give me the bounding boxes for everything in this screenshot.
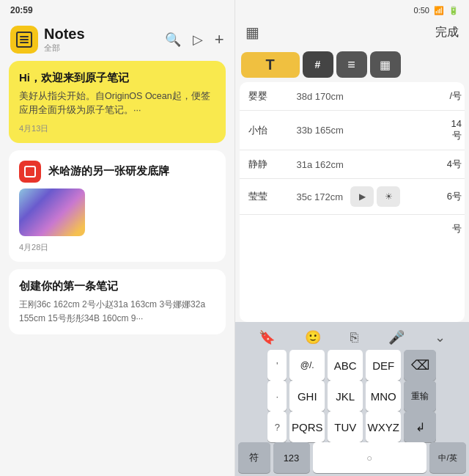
note-1-title: Hi，欢迎来到原子笔记 xyxy=(19,71,215,85)
table-cell-data-2: 33b 165cm xyxy=(291,117,443,143)
keyboard-row-3: ? PQRS TUV WXYZ ↲ xyxy=(238,411,467,442)
mic-toolbar-icon[interactable]: 🎤 xyxy=(388,329,405,345)
key-at[interactable]: @/. xyxy=(289,350,325,381)
format-hash-label: # xyxy=(315,59,321,70)
table-cell-num-5: 号 xyxy=(443,215,465,243)
left-panel: 20:59 Notes 全部 🔍 ▷ + Hi，欢迎来到原子笔记 xyxy=(0,0,234,476)
key-chinese-english[interactable]: 中/英 xyxy=(429,442,466,473)
note-2-date: 4月28日 xyxy=(19,242,215,253)
note-2-image xyxy=(19,188,85,236)
note-table[interactable]: 婴婴 38d 170cm /号 小怡 33b 165cm 14号 静静 31a … xyxy=(240,82,465,322)
table-cell-num-3: 4号 xyxy=(443,150,465,178)
table-cell-name-1: 婴婴 xyxy=(240,82,291,110)
format-table-label: ▦ xyxy=(380,58,391,72)
notes-list: Hi，欢迎来到原子笔记 美好从指尖开始。自OriginOS Ocean起，便签应… xyxy=(0,61,234,476)
table-cell-name-2: 小怡 xyxy=(240,117,291,144)
keyboard-row-1: ' @/. ABC DEF ⌫ xyxy=(238,350,467,381)
table-cell-name-5 xyxy=(240,221,291,236)
key-jkl[interactable]: JKL xyxy=(328,381,363,411)
key-symbol[interactable]: 符 xyxy=(238,442,270,473)
table-row-2: 小怡 33b 165cm 14号 xyxy=(240,111,465,150)
keyboard-row-4: 符 123 ○ 中/英 xyxy=(238,442,467,473)
note-2-title: 米哈游的另一张研发底牌 xyxy=(48,164,169,178)
right-header: ▦ 完成 xyxy=(235,21,470,47)
table-row-3: 静静 31a 162cm 4号 xyxy=(240,150,465,179)
table-cell-num-4: 6号 xyxy=(443,183,465,210)
key-quote[interactable]: ' xyxy=(267,350,287,381)
key-space[interactable]: ○ xyxy=(313,442,427,473)
note-3-body: 王刚36c 162cm 2号小赵31a 163cm 3号娜娜32a 155cm … xyxy=(19,298,215,326)
table-cell-data-3: 31a 162cm xyxy=(291,152,443,177)
note-2-header-row: 米哈游的另一张研发底牌 xyxy=(19,161,215,183)
share-icon[interactable]: ☀ xyxy=(377,186,400,207)
note-card-1[interactable]: Hi，欢迎来到原子笔记 美好从指尖开始。自OriginOS Ocean起，便签应… xyxy=(9,61,226,143)
add-note-icon[interactable]: + xyxy=(215,30,224,49)
status-bar-right: 0:50 📶 🔋 xyxy=(235,0,470,21)
app-icon xyxy=(10,26,38,54)
app-icon-line-1 xyxy=(20,36,29,37)
keyboard-toolbar: 🔖 🙂 ⎘ 🎤 ⌄ xyxy=(238,326,467,350)
note-card-2[interactable]: 米哈游的另一张研发底牌 4月28日 xyxy=(9,150,226,262)
table-cell-num-1: /号 xyxy=(443,82,465,110)
table-cell-data-4: 35c 172cm ▶ ☀ xyxy=(291,179,443,214)
status-bar-left: 20:59 xyxy=(0,0,234,21)
format-hash-button[interactable]: # xyxy=(303,51,333,78)
note-1-date: 4月13日 xyxy=(19,123,215,134)
table-cell-name-4: 莹莹 xyxy=(240,183,291,210)
keyboard-row-2: · GHI JKL MNO 重输 xyxy=(238,381,467,411)
key-ghi[interactable]: GHI xyxy=(289,381,325,411)
key-pqrs[interactable]: PQRS xyxy=(289,411,325,442)
time-left: 20:59 xyxy=(10,5,33,15)
done-button[interactable]: 完成 xyxy=(435,25,459,40)
right-panel: 0:50 📶 🔋 ▦ 完成 T # ≡ ▦ 婴婴 38d 170cm /号 小怡… xyxy=(235,0,470,476)
key-reset[interactable]: 重输 xyxy=(404,381,436,411)
wifi-icon: 📶 xyxy=(434,6,444,15)
emoji-toolbar-icon[interactable]: 🙂 xyxy=(305,329,321,345)
key-def[interactable]: DEF xyxy=(366,350,401,381)
format-text-button[interactable]: T xyxy=(241,52,300,78)
expand-icon[interactable]: ▦ xyxy=(245,23,259,41)
key-tuv[interactable]: TUV xyxy=(328,411,363,442)
table-row-1: 婴婴 38d 170cm /号 xyxy=(240,82,465,111)
time-right: 0:50 xyxy=(414,6,429,15)
app-title-block: Notes 全部 xyxy=(44,25,165,54)
table-row-4: 莹莹 35c 172cm ▶ ☀ 6号 xyxy=(240,179,465,215)
table-cell-data-1: 38d 170cm xyxy=(291,84,443,109)
key-dot[interactable]: · xyxy=(267,381,287,411)
tag-icon[interactable]: ▷ xyxy=(193,32,203,48)
keyboard-toolbar-icon[interactable]: ⎘ xyxy=(350,330,358,345)
app-subtitle: 全部 xyxy=(44,43,165,54)
table-cell-name-3: 静静 xyxy=(240,150,291,178)
key-delete[interactable]: ⌫ xyxy=(404,350,436,381)
app-title: Notes xyxy=(44,25,165,43)
bookmark-toolbar-icon[interactable]: 🔖 xyxy=(259,329,275,345)
key-123[interactable]: 123 xyxy=(273,442,310,473)
key-abc[interactable]: ABC xyxy=(328,350,363,381)
key-wxyz[interactable]: WXYZ xyxy=(366,411,401,442)
note-1-body: 美好从指尖开始。自OriginOS Ocean起，便签应用全面升级为原子笔记。·… xyxy=(19,89,215,117)
app-icon-lines xyxy=(20,36,29,43)
format-t-label: T xyxy=(265,56,274,73)
format-list-button[interactable]: ≡ xyxy=(336,51,367,78)
table-cell-data-5 xyxy=(291,221,443,236)
app-icon-line-3 xyxy=(20,42,29,43)
key-mno[interactable]: MNO xyxy=(366,381,401,411)
table-cell-num-2: 14号 xyxy=(443,111,465,150)
app-header: Notes 全部 🔍 ▷ + xyxy=(0,21,234,61)
note-2-app-icon-inner xyxy=(24,166,36,177)
search-icon[interactable]: 🔍 xyxy=(165,32,181,48)
copy-icon[interactable]: ▶ xyxy=(350,186,374,207)
note-3-title: 创建你的第一条笔记 xyxy=(19,279,215,293)
app-icon-line-2 xyxy=(20,39,29,40)
format-toolbar: T # ≡ ▦ xyxy=(235,47,470,82)
header-icons: 🔍 ▷ + xyxy=(165,30,224,49)
key-question[interactable]: ? xyxy=(267,411,287,442)
table-row-5: 号 xyxy=(240,215,465,243)
key-return[interactable]: ↲ xyxy=(404,411,436,442)
app-icon-inner xyxy=(16,32,32,48)
collapse-toolbar-icon[interactable]: ⌄ xyxy=(435,329,446,345)
note-card-3[interactable]: 创建你的第一条笔记 王刚36c 162cm 2号小赵31a 163cm 3号娜娜… xyxy=(9,269,226,334)
note-2-app-icon xyxy=(19,161,41,183)
battery-icon: 🔋 xyxy=(448,6,459,15)
format-table-button[interactable]: ▦ xyxy=(370,51,401,78)
